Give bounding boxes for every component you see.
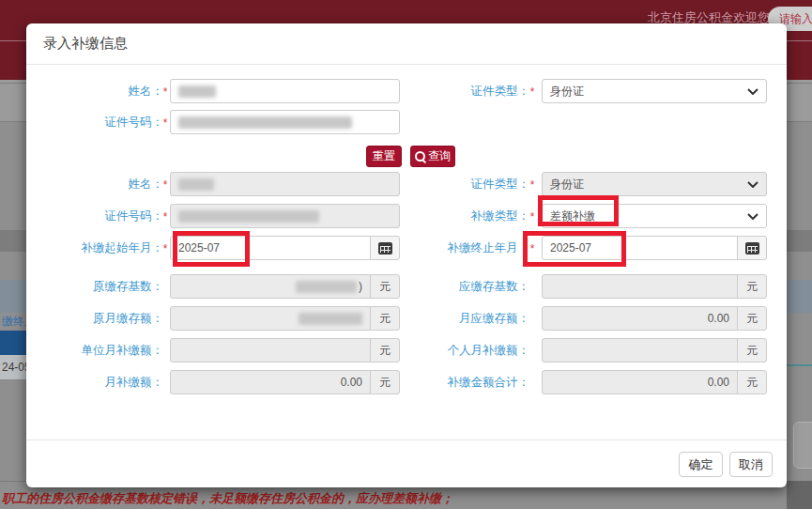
reset-button[interactable]: 重置: [366, 146, 402, 167]
required-marker: *: [161, 110, 170, 136]
chevron-down-icon: [747, 181, 758, 188]
query-name-label: 姓名：: [26, 79, 163, 103]
cancel-button[interactable]: 取消: [729, 452, 773, 477]
dialog-title: 录入补缴信息: [43, 35, 128, 53]
unit-addon: 元: [737, 370, 767, 394]
monthly-due-field: 0.00 元: [542, 306, 767, 331]
end-month-datepicker-button[interactable]: [737, 236, 767, 260]
enter-repayment-info-dialog: 录入补缴信息 姓名： * 证件类型： * 身份证 证件号码： * 重置 查询: [26, 23, 787, 487]
search-button[interactable]: 查询: [410, 146, 455, 167]
end-month-label: 补缴终止年月：: [327, 236, 529, 260]
amount-value: 0.00: [708, 376, 729, 389]
orig-monthly-label: 原月缴存额：: [26, 306, 163, 331]
background-side-button: [793, 422, 812, 469]
unit-addon: 元: [737, 274, 767, 299]
masked-name-value: [178, 178, 214, 191]
amount-value: 0.00: [708, 312, 729, 325]
screen: 北京住房公积金欢迎您 请输入关 缴终止 24-05 职工的住房公积金缴存基数核定…: [0, 0, 812, 509]
reset-button-label: 重置: [373, 148, 395, 164]
detail-id-type-value: 身份证: [550, 177, 584, 193]
highlight-box-start-month: [173, 231, 250, 267]
search-icon: [415, 151, 425, 162]
background-table-header-row: [0, 331, 28, 355]
policy-note-text: 职工的住房公积金缴存基数核定错误，未足额缴存住房公积金的，应办理差额补缴；: [2, 490, 453, 507]
background-footer-band: [787, 481, 812, 509]
masked-id-number-value: [178, 116, 352, 129]
query-id-type-select[interactable]: 身份证: [542, 79, 767, 103]
dialog-footer-divider: [26, 440, 787, 440]
due-base-field: 元: [542, 274, 767, 299]
background-line: [0, 379, 28, 380]
detail-name-label: 姓名：: [26, 172, 163, 196]
confirm-button-label: 确定: [689, 456, 713, 473]
chevron-down-icon: [747, 213, 758, 220]
highlight-box-repay-type: [538, 195, 619, 226]
personal-monthly-repay-field: 元: [542, 338, 767, 362]
monthly-repay-label: 月补缴额：: [26, 370, 163, 394]
monthly-due-label: 月应缴存额：: [327, 306, 529, 331]
repay-total-label: 补缴金额合计：: [327, 370, 529, 394]
query-id-type-label: 证件类型：: [327, 79, 529, 103]
start-month-label: 补缴起始年月：: [26, 236, 163, 260]
query-id-number-label: 证件号码：: [26, 110, 163, 134]
unit-addon: 元: [737, 338, 767, 362]
search-button-label: 查询: [428, 148, 451, 164]
masked-id-number-value: [178, 210, 319, 223]
dialog-header-divider: [26, 64, 787, 65]
detail-id-type-select[interactable]: 身份证: [542, 172, 767, 196]
required-marker: *: [161, 79, 170, 105]
highlight-box-end-month: [523, 231, 626, 267]
orig-base-label: 原缴存基数：: [26, 274, 163, 299]
repay-type-label: 补缴类型：: [327, 204, 529, 228]
required-marker: *: [528, 79, 537, 105]
required-marker: *: [161, 172, 170, 198]
confirm-button[interactable]: 确定: [679, 452, 723, 477]
chevron-down-icon: [747, 88, 758, 95]
due-base-label: 应缴存基数：: [327, 274, 529, 299]
required-marker: *: [528, 172, 537, 198]
masked-name-value: [178, 85, 216, 98]
repay-total-field: 0.00 元: [542, 370, 767, 394]
query-id-number-input[interactable]: [170, 110, 400, 134]
cancel-button-label: 取消: [739, 456, 763, 473]
unit-addon: 元: [737, 306, 767, 331]
calendar-icon: [745, 242, 759, 254]
detail-id-type-label: 证件类型：: [327, 172, 529, 196]
detail-id-number-label: 证件号码：: [26, 204, 163, 228]
required-marker: *: [161, 204, 170, 230]
required-marker: *: [161, 236, 170, 262]
unit-monthly-repay-label: 单位月补缴额：: [26, 338, 163, 362]
personal-monthly-repay-label: 个人月补缴额：: [327, 338, 529, 362]
query-id-type-value: 身份证: [550, 84, 584, 100]
required-marker: *: [528, 204, 537, 230]
